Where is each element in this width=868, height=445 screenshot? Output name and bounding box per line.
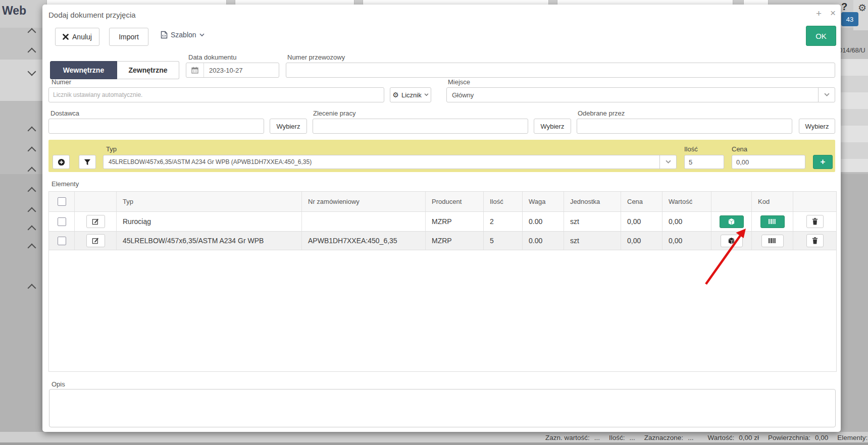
quickadd-price-label: Cena — [732, 145, 747, 153]
plus-icon: + — [821, 157, 826, 167]
row-checkbox[interactable] — [58, 237, 66, 245]
chevron-down-icon — [818, 88, 835, 102]
barcode-button[interactable] — [760, 215, 785, 228]
date-label: Data dokumentu — [188, 53, 236, 61]
status-bar: Zazn. wartość:... Ilość:... Zaznaczone:.… — [545, 434, 868, 441]
template-label: Szablon — [171, 31, 196, 39]
transport-number-input[interactable] — [286, 63, 835, 78]
status-item: Wartość:0,00 zł — [707, 434, 759, 441]
workorder-label: Zlecenie pracy — [313, 109, 356, 117]
quickadd-qty-input[interactable] — [684, 155, 724, 169]
cell-producent: MZRP — [426, 232, 484, 250]
template-dropdown-button[interactable]: Szablon — [161, 31, 205, 39]
barcode-button[interactable] — [761, 235, 784, 247]
close-icon[interactable]: × — [830, 8, 836, 18]
notification-badge: 43 — [841, 12, 858, 26]
edit-row-button[interactable] — [86, 215, 105, 228]
add-receipt-dialog: Dodaj dokument przyjęcia + × Anuluj Impo… — [42, 5, 841, 432]
edit-row-button[interactable] — [86, 234, 105, 247]
receivedby-label: Odebrane przez — [578, 109, 625, 117]
cell-nr: APWB1DH7XXEA:450_6,35 — [302, 232, 426, 250]
date-input[interactable]: 2023-10-27 — [186, 63, 279, 78]
edit-icon — [92, 218, 99, 225]
place-value: Główny — [447, 91, 818, 99]
app-logo: Web — [2, 4, 26, 18]
counter-dropdown-button[interactable]: ⚙ Licznik — [390, 87, 431, 102]
bg-table-row — [841, 126, 868, 143]
receivedby-input[interactable] — [577, 119, 792, 134]
cell-waga: 0.00 — [523, 212, 564, 231]
cell-typ: 45LRELBOW/457x6,35/ASTM A234 Gr WPB — [117, 232, 302, 250]
add-type-button[interactable] — [53, 155, 70, 169]
col-ilosc: Ilość — [484, 192, 523, 211]
description-textarea[interactable] — [49, 389, 836, 427]
chevron-down-icon — [424, 93, 429, 96]
cell-nr — [302, 212, 426, 231]
gear-icon[interactable]: ⚙ — [858, 2, 866, 13]
elements-section-label: Elementy — [52, 180, 79, 188]
cell-cena: 0,00 — [621, 212, 662, 231]
cell-jednostka: szt — [564, 212, 621, 231]
add-element-button[interactable]: + — [813, 155, 833, 169]
ok-button[interactable]: OK — [806, 26, 836, 46]
box-icon — [728, 237, 735, 245]
description-label: Opis — [52, 380, 65, 388]
supplier-choose-button[interactable]: Wybierz — [270, 119, 307, 134]
cell-ilosc: 2 — [484, 212, 523, 231]
status-item: Ilość:... — [609, 434, 635, 441]
delete-row-button[interactable] — [806, 234, 824, 247]
tab-external[interactable]: Zewnętrzne — [117, 61, 179, 79]
supplier-input[interactable] — [48, 119, 264, 134]
workorder-choose-button[interactable]: Wybierz — [534, 119, 571, 134]
stock-button[interactable] — [720, 215, 744, 228]
cancel-button[interactable]: Anuluj — [55, 28, 99, 46]
filter-icon — [84, 159, 91, 165]
supplier-label: Dostawca — [50, 109, 79, 117]
bg-table-row — [841, 59, 868, 76]
bg-table-row — [841, 109, 868, 126]
trash-icon — [812, 218, 818, 225]
cancel-label: Anuluj — [72, 33, 92, 41]
transport-number-label: Numer przewozowy — [287, 53, 345, 61]
bg-table-row — [841, 76, 868, 93]
stock-button[interactable] — [721, 235, 743, 247]
gears-icon: ⚙ — [392, 91, 399, 98]
cell-producent: MZRP — [426, 212, 484, 231]
col-kod: Kod — [752, 192, 793, 211]
delete-row-button[interactable] — [806, 215, 824, 228]
type-combobox-value: 45LRELBOW/457x6,35/ASTM A234 Gr WPB (APW… — [104, 158, 659, 165]
col-typ: Typ — [117, 192, 302, 211]
tab-internal[interactable]: Wewnętrzne — [50, 61, 117, 79]
date-value: 2023-10-27 — [204, 67, 279, 74]
number-input[interactable] — [48, 87, 384, 102]
workorder-input[interactable] — [313, 119, 528, 134]
status-item: Zazn. wartość:... — [545, 434, 600, 441]
expand-icon[interactable]: + — [816, 9, 822, 18]
quick-add-bar: Typ 45LRELBOW/457x6,35/ASTM A234 Gr WPB … — [48, 140, 835, 172]
bg-table-row — [841, 92, 868, 109]
status-item: Powierzchnia:0,00 — [768, 434, 828, 441]
dialog-title: Dodaj dokument przyjęcia — [48, 11, 136, 19]
quickadd-typ-label: Typ — [106, 145, 117, 153]
bg-document-number: 014/68/U — [839, 46, 865, 54]
cell-wartosc: 0,00 — [662, 232, 711, 250]
table-row: Rurociąg MZRP 2 0.00 szt 0,00 0,00 — [49, 212, 836, 232]
quickadd-price-input[interactable] — [732, 155, 805, 169]
cell-wartosc: 0,00 — [662, 212, 711, 231]
receivedby-choose-button[interactable]: Wybierz — [799, 119, 835, 134]
row-checkbox[interactable] — [58, 217, 66, 226]
filter-button[interactable] — [79, 155, 96, 169]
place-select[interactable]: Główny — [446, 87, 835, 102]
select-all-checkbox[interactable] — [58, 197, 66, 206]
status-item: Zaznaczone:... — [644, 434, 694, 441]
col-producent: Producent — [426, 192, 484, 211]
status-item: Elementy: — [837, 434, 868, 441]
import-button[interactable]: Import — [109, 28, 148, 46]
plus-circle-icon — [58, 158, 65, 166]
counter-label: Licznik — [401, 91, 422, 99]
bg-table-row — [841, 142, 868, 159]
trash-icon — [812, 237, 818, 244]
help-icon[interactable]: ? — [841, 1, 847, 13]
bg-bottom-strip — [0, 442, 868, 445]
type-combobox[interactable]: 45LRELBOW/457x6,35/ASTM A234 Gr WPB (APW… — [103, 155, 677, 169]
